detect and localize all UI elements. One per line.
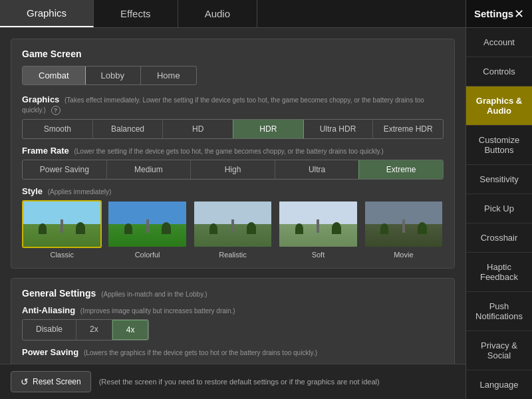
aa-2x[interactable]: 2x	[76, 320, 112, 340]
bottom-bar: ↺ Reset Screen (Reset the screen if you …	[0, 364, 466, 399]
power-saving-section: Power Saving (Lowers the graphics if the…	[22, 347, 444, 357]
sidebar-item-privacy-social[interactable]: Privacy & Social	[466, 331, 532, 370]
style-classic-label: Classic	[50, 251, 73, 259]
style-movie[interactable]: Movie	[364, 200, 444, 259]
graphics-info-icon[interactable]: ?	[51, 106, 61, 115]
tab-graphics[interactable]: Graphics	[0, 0, 94, 27]
tab-audio[interactable]: Audio	[178, 0, 257, 27]
aa-disable[interactable]: Disable	[23, 320, 76, 340]
reset-icon: ↺	[21, 376, 29, 387]
power-saving-label: Power Saving (Lowers the graphics if the…	[22, 347, 444, 357]
sidebar-item-crosshair[interactable]: Crosshair	[466, 223, 532, 253]
top-tabs: Graphics Effects Audio	[0, 0, 466, 28]
graphics-hdr[interactable]: HDR	[233, 119, 304, 139]
subtab-combat[interactable]: Combat	[22, 66, 86, 85]
sidebar-item-account[interactable]: Account	[466, 28, 532, 57]
style-thumb-soft	[278, 200, 358, 248]
framerate-ultra[interactable]: Ultra	[275, 160, 360, 179]
sub-tabs: Combat Lobby Home	[22, 66, 197, 85]
sidebar-title: Settings	[474, 8, 513, 19]
graphics-ultra-hdr[interactable]: Ultra HDR	[303, 120, 374, 138]
style-soft[interactable]: Soft	[278, 200, 358, 259]
sidebar-header: Settings ✕	[466, 0, 532, 28]
graphics-options: Smooth Balanced HD HDR Ultra HDR Extreme…	[22, 119, 444, 139]
framerate-label: Frame Rate (Lower the setting if the dev…	[22, 146, 444, 156]
style-label: Style (Applies immediately)	[22, 186, 444, 196]
general-settings-title: General Settings (Applies in-match and i…	[22, 288, 444, 299]
game-screen-section: Game Screen Combat Lobby Home Graphics (…	[11, 39, 455, 269]
sidebar-item-customize-buttons[interactable]: Customize Buttons	[466, 126, 532, 165]
general-settings-section: General Settings (Applies in-match and i…	[11, 278, 455, 364]
framerate-options: Power Saving Medium High Ultra Extreme	[22, 160, 444, 180]
style-realistic[interactable]: Realistic	[193, 200, 273, 259]
style-thumb-movie	[364, 200, 444, 248]
reset-screen-button[interactable]: ↺ Reset Screen	[11, 371, 91, 392]
graphics-hd[interactable]: HD	[163, 120, 233, 138]
style-soft-label: Soft	[312, 251, 325, 259]
framerate-extreme[interactable]: Extreme	[358, 160, 444, 180]
style-colorful[interactable]: Colorful	[107, 200, 187, 259]
style-thumb-realistic	[193, 200, 273, 248]
subtab-home[interactable]: Home	[141, 66, 196, 84]
style-classic[interactable]: Classic	[22, 200, 102, 259]
graphics-extreme-hdr[interactable]: Extreme HDR	[373, 120, 443, 138]
framerate-powersaving[interactable]: Power Saving	[23, 160, 107, 179]
style-colorful-label: Colorful	[135, 251, 160, 259]
graphics-balanced[interactable]: Balanced	[93, 120, 164, 138]
content-area: Game Screen Combat Lobby Home Graphics (…	[0, 28, 466, 364]
reset-desc: (Reset the screen if you need to restore…	[99, 378, 380, 386]
framerate-medium[interactable]: Medium	[107, 160, 192, 179]
style-movie-label: Movie	[394, 251, 413, 259]
style-realistic-label: Realistic	[219, 251, 247, 259]
sidebar-item-pick-up[interactable]: Pick Up	[466, 194, 532, 223]
subtab-lobby[interactable]: Lobby	[85, 66, 141, 84]
aa-4x[interactable]: 4x	[112, 320, 149, 340]
game-screen-title: Game Screen	[22, 49, 444, 59]
graphics-label: Graphics (Takes effect immediately. Lowe…	[22, 94, 444, 115]
sidebar-item-language[interactable]: Language	[466, 370, 532, 399]
antialiasing-label: Anti-Aliasing (Improves image quality bu…	[22, 305, 444, 315]
graphics-smooth[interactable]: Smooth	[23, 120, 93, 138]
sidebar-item-haptic-feedback[interactable]: Haptic Feedback	[466, 253, 532, 292]
style-options: Classic Colorful	[22, 200, 444, 259]
main-panel: Graphics Effects Audio Game Screen Comba…	[0, 0, 466, 399]
reset-label: Reset Screen	[33, 377, 81, 386]
sidebar: Settings ✕ Account Controls Graphics & A…	[466, 0, 532, 399]
sidebar-item-controls[interactable]: Controls	[466, 57, 532, 86]
sidebar-item-push-notifications[interactable]: Push Notifications	[466, 292, 532, 331]
style-thumb-colorful	[107, 200, 187, 248]
close-button[interactable]: ✕	[514, 7, 524, 21]
tab-effects[interactable]: Effects	[94, 0, 178, 27]
antialiasing-options: Disable 2x 4x	[22, 319, 149, 340]
sidebar-item-sensitivity[interactable]: Sensitivity	[466, 165, 532, 194]
sidebar-item-graphics-audio[interactable]: Graphics & Audio	[466, 86, 532, 126]
framerate-high[interactable]: High	[191, 160, 275, 179]
style-thumb-classic	[22, 200, 102, 248]
